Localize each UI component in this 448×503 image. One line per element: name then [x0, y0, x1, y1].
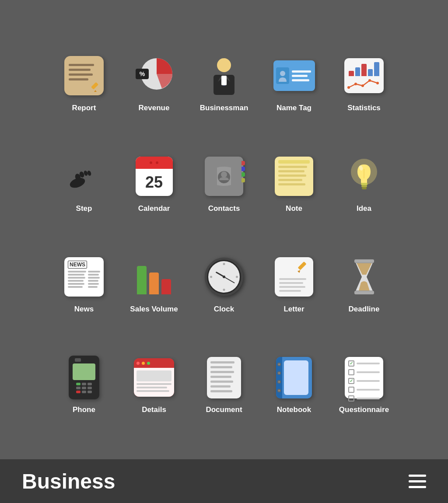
businessman-icon [205, 56, 243, 96]
svg-rect-27 [362, 187, 367, 189]
icon-item-idea[interactable]: Idea [329, 154, 399, 213]
news-header: NEWS [68, 261, 100, 269]
note-header [278, 160, 310, 164]
details-text-line [136, 383, 172, 385]
nametag-person-icon [278, 70, 287, 82]
icon-item-news[interactable]: NEWS [49, 255, 119, 314]
clock-dot-3 [236, 276, 238, 278]
details-label: Details [142, 405, 166, 414]
svg-rect-0 [91, 82, 98, 90]
calendar-number: 25 [145, 173, 163, 192]
doc-line [210, 376, 231, 378]
phone-key [76, 383, 80, 385]
idea-label: Idea [357, 204, 371, 213]
svg-rect-10 [221, 76, 227, 85]
nametag-line [292, 70, 311, 73]
notebook-ring [277, 389, 281, 392]
statistics-label: Statistics [347, 104, 381, 112]
calendar-label: Calendar [138, 204, 170, 213]
icon-item-note[interactable]: Note [259, 154, 329, 213]
step-label: Step [76, 204, 92, 213]
icon-item-clock[interactable]: Clock [189, 255, 259, 314]
details-icon [134, 358, 174, 397]
icon-item-letter[interactable]: Letter [259, 255, 329, 314]
note-line [278, 183, 305, 185]
letter-line [279, 282, 303, 284]
icon-item-questionnaire[interactable]: ✓ ✓ [329, 356, 399, 414]
footer-title: Business [22, 469, 115, 493]
icon-item-contacts[interactable]: Contacts [189, 154, 259, 213]
businessman-icon-box [202, 54, 246, 98]
phone-screen [73, 363, 95, 380]
icon-item-statistics[interactable]: Statistics [329, 54, 399, 112]
note-line [278, 170, 304, 172]
details-traffic-red [136, 362, 140, 365]
nametag-icon [273, 60, 315, 91]
document-icon-box [202, 356, 246, 399]
icon-item-revenue[interactable]: % Revenue [119, 54, 189, 112]
hamburger-menu-icon[interactable] [409, 475, 426, 488]
calendar-body: 25 [136, 169, 173, 196]
note-icon [275, 157, 313, 196]
letter-icon-box [272, 255, 316, 299]
nametag-line [292, 79, 309, 81]
salesvolume-label: Sales Volume [130, 305, 178, 314]
svg-rect-26 [361, 185, 367, 187]
stats-bar [361, 64, 367, 76]
icon-item-report[interactable]: Report [49, 54, 119, 112]
news-line [68, 286, 83, 288]
doc-line [210, 390, 232, 392]
phone-key [76, 391, 80, 393]
news-line [88, 271, 100, 272]
note-line [278, 166, 307, 168]
main-container: Report % Revenue [0, 0, 448, 503]
stats-bar [368, 69, 373, 76]
notebook-label: Notebook [277, 405, 311, 414]
icon-item-document[interactable]: Document [189, 356, 259, 414]
questionnaire-icon: ✓ ✓ [345, 357, 383, 398]
phone-key [82, 391, 86, 393]
q-checkbox [348, 395, 354, 402]
phone-key [88, 391, 92, 393]
details-text-line [136, 387, 167, 388]
svg-point-12 [347, 86, 350, 89]
icon-item-deadline[interactable]: Deadline [329, 255, 399, 314]
contacts-tab [242, 172, 245, 177]
letter-pencil-row [279, 262, 309, 274]
svg-point-11 [280, 71, 285, 76]
nametag-icon-box [272, 54, 316, 98]
icon-item-phone[interactable]: Phone [49, 356, 119, 414]
q-checkbox: ✓ [348, 378, 354, 384]
nametag-label: Name Tag [276, 104, 312, 112]
notebook-page [284, 360, 308, 395]
q-row: ✓ [348, 378, 380, 384]
report-pencil-icon [91, 82, 100, 92]
report-icon [64, 56, 104, 95]
icon-item-salesvolume[interactable]: Sales Volume [119, 255, 189, 314]
details-text-line [136, 390, 169, 392]
report-label: Report [72, 104, 96, 112]
icon-item-businessman[interactable]: Businessman [189, 54, 259, 112]
icon-item-nametag[interactable]: Name Tag [259, 54, 329, 112]
q-row [348, 395, 380, 402]
contacts-tab [242, 178, 245, 182]
svg-point-15 [368, 79, 371, 82]
report-lines [69, 64, 94, 80]
sv-bar-red [161, 279, 171, 294]
stats-bars [347, 61, 381, 76]
letter-line [279, 278, 306, 280]
contacts-label: Contacts [208, 204, 240, 213]
icon-item-step[interactable]: Step [49, 154, 119, 213]
report-line [69, 69, 91, 71]
news-col-left [68, 271, 86, 293]
revenue-label: Revenue [139, 104, 170, 112]
news-title-text: NEWS [68, 261, 87, 269]
icon-item-calendar[interactable]: 25 Calendar [119, 154, 189, 213]
salesvolume-icon [134, 257, 174, 297]
clock-dot-12 [223, 263, 225, 265]
report-line [69, 73, 93, 76]
q-checkbox: ✓ [348, 360, 354, 367]
icon-item-notebook[interactable]: Notebook [259, 356, 329, 414]
businessman-label: Businessman [200, 104, 248, 112]
icon-item-details[interactable]: Details [119, 356, 189, 414]
